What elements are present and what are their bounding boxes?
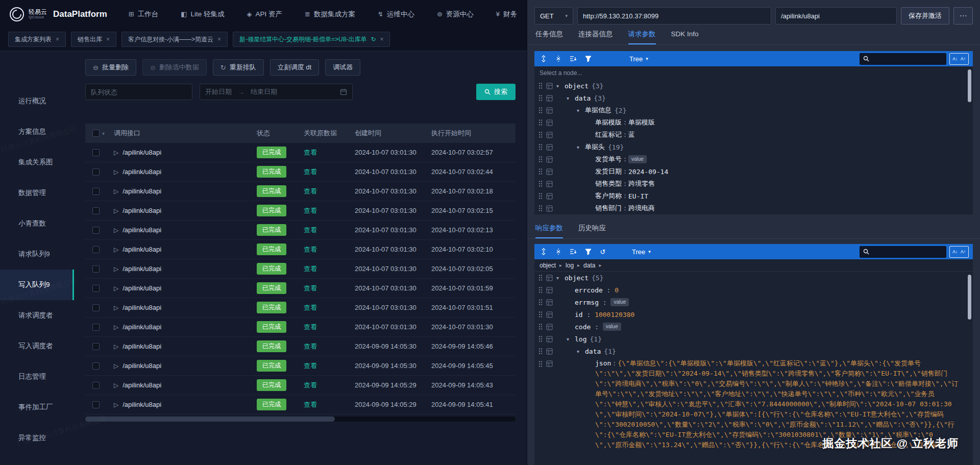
api-endpoint-link[interactable]: /apilink/u8api [122, 362, 161, 370]
navbar-item-ops-center[interactable]: ↯运维中心 [378, 10, 414, 19]
view-source-link[interactable]: 查看 [304, 342, 317, 350]
drag-handle-icon[interactable] [538, 143, 543, 151]
collapse-all-icon[interactable] [553, 247, 564, 257]
view-source-link[interactable]: 查看 [304, 149, 317, 156]
navbar-item-resource-center[interactable]: ⊚资源中心 [437, 10, 474, 19]
sidebar-item[interactable]: 运行概况 [0, 86, 74, 116]
tree-node[interactable]: 单据模版：单据模版 [534, 116, 973, 129]
tree-node[interactable]: ▾data{3} [534, 92, 973, 104]
view-source-link[interactable]: 查看 [304, 265, 317, 273]
panel-tab[interactable]: 任务信息 [535, 25, 563, 44]
api-endpoint-link[interactable]: /apilink/u8api [122, 401, 161, 408]
api-endpoint-link[interactable]: /apilink/u8api [122, 226, 161, 234]
sidebar-item[interactable]: 集成关系图 [0, 147, 74, 178]
select-all-checkbox[interactable] [92, 130, 100, 137]
play-icon[interactable]: ▷ [114, 207, 118, 214]
search-next-icon[interactable]: A↓ [952, 249, 958, 254]
tree-mode-select[interactable]: Tree ▾ [632, 248, 651, 256]
search-next-icon[interactable]: A↓ [952, 56, 958, 61]
scrollbar-thumb[interactable] [968, 69, 971, 102]
api-endpoint-link[interactable]: /apilink/u8api [122, 265, 161, 273]
row-checkbox[interactable] [92, 227, 100, 234]
node-menu-icon[interactable] [546, 168, 553, 175]
row-checkbox[interactable] [92, 188, 100, 195]
expand-caret-icon[interactable]: ▾ [567, 336, 575, 342]
drag-handle-icon[interactable] [538, 180, 543, 187]
row-checkbox[interactable] [92, 324, 100, 331]
search-prev-icon[interactable]: A↑ [961, 249, 966, 254]
expand-all-icon[interactable] [538, 247, 549, 257]
sidebar-item[interactable]: 写入调度者 [0, 331, 74, 361]
close-icon[interactable]: × [217, 36, 221, 43]
sidebar-item[interactable]: 请求调度者 [0, 300, 74, 331]
drag-handle-icon[interactable] [538, 360, 543, 368]
drag-handle-icon[interactable] [538, 192, 543, 200]
app-logo[interactable]: 轻易云 QCloud [9, 7, 47, 22]
node-menu-icon[interactable] [546, 132, 553, 138]
save-activate-button[interactable]: 保存并激活 [901, 7, 949, 25]
tree-search-input[interactable] [872, 55, 943, 62]
node-menu-icon[interactable] [546, 107, 553, 114]
row-checkbox[interactable] [92, 149, 100, 156]
play-icon[interactable]: ▷ [114, 362, 118, 370]
play-icon[interactable]: ▷ [114, 343, 118, 350]
play-icon[interactable]: ▷ [114, 324, 118, 331]
api-endpoint-link[interactable]: /apilink/u8api [122, 304, 161, 311]
api-endpoint-link[interactable]: /apilink/u8api [122, 149, 161, 156]
tree-node[interactable]: 发货日期：2024-09-14 [534, 165, 973, 178]
tree-node[interactable]: ▾单据信息{2} [534, 104, 973, 116]
play-icon[interactable]: ▷ [114, 382, 118, 389]
row-checkbox[interactable] [92, 362, 100, 370]
view-source-link[interactable]: 查看 [304, 401, 317, 408]
expand-all-icon[interactable] [538, 54, 549, 64]
view-source-link[interactable]: 查看 [304, 362, 317, 370]
play-icon[interactable]: ▷ [114, 401, 118, 408]
node-menu-icon[interactable] [546, 275, 553, 281]
drag-handle-icon[interactable] [538, 168, 543, 175]
drag-handle-icon[interactable] [538, 323, 543, 330]
row-checkbox[interactable] [92, 246, 100, 253]
workspace-tab[interactable]: 集成方案列表× [8, 32, 66, 47]
row-checkbox[interactable] [92, 304, 100, 311]
navbar-item-data-integration[interactable]: ≣数据集成方案 [305, 10, 355, 19]
drag-handle-icon[interactable] [538, 348, 543, 355]
sidebar-item[interactable]: 请求队列9 [0, 239, 74, 270]
close-icon[interactable]: × [380, 36, 383, 43]
scrollbar-thumb[interactable] [968, 275, 971, 320]
drag-handle-icon[interactable] [538, 119, 543, 126]
panel-tab[interactable]: SDK Info [671, 25, 699, 44]
schedule-now-button[interactable]: 立刻调度 dt [270, 59, 319, 76]
expand-caret-icon[interactable]: ▾ [567, 95, 575, 101]
sidebar-item[interactable]: 方案信息 [0, 116, 74, 147]
undo-icon[interactable]: ↺ [598, 247, 608, 257]
view-source-link[interactable]: 查看 [304, 187, 317, 195]
play-icon[interactable]: ▷ [114, 168, 118, 176]
tree-node[interactable]: code : value [534, 321, 973, 333]
drag-handle-icon[interactable] [538, 156, 543, 163]
node-menu-icon[interactable] [546, 287, 553, 293]
tree-node[interactable]: errcode : 0 [534, 284, 973, 296]
panel-tab[interactable]: 请求参数 [628, 25, 656, 44]
navbar-item-workbench[interactable]: ⊞工作台 [129, 10, 158, 19]
sort-icon[interactable] [568, 54, 578, 64]
row-checkbox[interactable] [92, 265, 100, 273]
view-source-link[interactable]: 查看 [304, 246, 317, 253]
expand-caret-icon[interactable]: ▾ [577, 108, 585, 113]
method-select[interactable]: GET ▾ [534, 7, 573, 25]
panel-tab[interactable]: 响应参数 [535, 218, 563, 238]
play-icon[interactable]: ▷ [114, 227, 118, 234]
delete-selected-button[interactable]: ⊘ 删除选中数据 [142, 59, 207, 76]
breadcrumb-item[interactable]: object [540, 262, 556, 269]
tree-node[interactable]: 客户简称：EU-IT [534, 190, 973, 202]
node-menu-icon[interactable] [546, 348, 553, 355]
panel-tab[interactable]: 历史响应 [578, 218, 606, 238]
api-endpoint-link[interactable]: /apilink/u8api [122, 342, 161, 350]
collapse-all-icon[interactable] [553, 54, 564, 64]
sidebar-item[interactable]: 异常监控 [0, 423, 74, 453]
tree-node[interactable]: 销售类型：跨境零售 [534, 178, 973, 190]
api-endpoint-link[interactable]: /apilink/u8api [122, 168, 161, 176]
api-endpoint-link[interactable]: /apilink/u8api [122, 284, 161, 292]
drag-handle-icon[interactable] [538, 131, 543, 138]
node-menu-icon[interactable] [546, 324, 553, 330]
api-endpoint-link[interactable]: /apilink/u8api [122, 323, 161, 331]
